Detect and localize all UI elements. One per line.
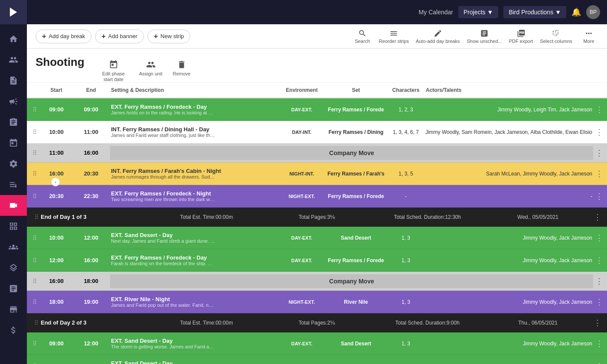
drag-handle[interactable]: ⠿ xyxy=(30,150,39,156)
setting-description: EXT. Ferry Ramses / Foredeck - Night Two… xyxy=(108,188,280,204)
drag-handle[interactable]: ⠿ xyxy=(30,170,39,177)
col-start: Start xyxy=(39,83,74,98)
user-avatar[interactable]: BP xyxy=(586,5,600,19)
sidebar-item-people[interactable] xyxy=(0,49,27,70)
day-end-label: End of Day 2 of 3 xyxy=(41,319,151,326)
sidebar-item-cast[interactable] xyxy=(0,237,27,257)
characters: - xyxy=(388,193,423,199)
drag-handle[interactable]: ⠿ xyxy=(30,234,39,241)
select-columns-button[interactable]: Select columns xyxy=(540,29,572,44)
characters: 1, 3 xyxy=(388,299,423,305)
sidebar-item-tasks[interactable] xyxy=(0,112,27,133)
row-menu-button[interactable]: ⋮ xyxy=(595,148,604,158)
table-row: ⠿ 20:30 22:30 EXT. Ferry Ramses / Forede… xyxy=(27,185,607,208)
pdf-export-button[interactable]: PDF export xyxy=(509,29,533,44)
notification-bell[interactable]: 🔔 xyxy=(571,7,581,17)
assign-unit-button[interactable]: Assign unit xyxy=(139,60,163,82)
actors-talents: Jimmy Woodly, Sam Romein, Jack Jameson, … xyxy=(423,129,595,135)
reorder-strips-button[interactable]: Reorder strips xyxy=(379,29,409,44)
characters: 1, 2, 3 xyxy=(388,107,423,113)
sidebar-item-notes[interactable] xyxy=(0,174,27,195)
table-row: ⠿ 10:00 11:00 INT. Ferry Ramses / Dining… xyxy=(27,121,607,143)
company-move-start: 11:00 xyxy=(39,150,74,156)
row-menu-button[interactable]: ⋮ xyxy=(593,318,602,328)
more-button[interactable]: More xyxy=(579,29,598,44)
set-name: River Nile xyxy=(323,299,388,305)
sidebar-item-settings[interactable] xyxy=(0,153,27,174)
sidebar-item-budget[interactable] xyxy=(0,320,27,341)
col-menu xyxy=(595,83,604,98)
drag-handle[interactable]: ⠿ xyxy=(30,257,39,264)
drag-handle[interactable]: ⠿ xyxy=(32,214,41,221)
sidebar-item-document[interactable] xyxy=(0,70,27,91)
sidebar-item-grid[interactable] xyxy=(0,216,27,237)
show-unsched-button[interactable]: Show unsched... xyxy=(467,29,502,44)
search-button[interactable]: Search xyxy=(353,29,372,44)
drag-handle[interactable]: ⠿ xyxy=(30,193,39,200)
row-menu-button[interactable]: ⋮ xyxy=(595,276,604,286)
row-menu-button[interactable]: ⋮ xyxy=(595,256,604,265)
row-menu-button[interactable]: ⋮ xyxy=(595,169,604,179)
row-menu-button[interactable]: ⋮ xyxy=(595,339,604,348)
drag-handle[interactable]: ⠿ xyxy=(30,106,39,113)
row-menu-button[interactable]: ⋮ xyxy=(593,212,602,222)
drag-handle[interactable]: ⠿ xyxy=(32,319,41,326)
sidebar xyxy=(0,0,27,364)
setting-description: EXT. Sand Desert - Day The empty desert.… xyxy=(108,358,280,364)
phase-title: Shooting xyxy=(36,55,85,69)
characters: 1, 3, 5 xyxy=(388,171,423,177)
app-logo[interactable] xyxy=(0,0,27,24)
company-move-row: ⠿ 11:00 16:00 Company Move ⋮ xyxy=(27,143,607,162)
end-time: 12:00 xyxy=(74,234,108,241)
drag-handle[interactable]: ⠿ xyxy=(30,340,39,347)
add-day-break-button[interactable]: + Add day break xyxy=(36,29,91,43)
row-menu-button[interactable]: ⋮ xyxy=(595,127,604,137)
phase-header: Shooting Edit phase start date Assign un… xyxy=(27,49,607,83)
table-row: ⠿ 18:00 19:00 EXT. River Nile - Night Ja… xyxy=(27,291,607,313)
day-end-label: End of Day 1 of 3 xyxy=(41,214,151,220)
drag-handle[interactable]: ⠿ xyxy=(30,129,39,136)
row-menu-button[interactable]: ⋮ xyxy=(595,192,604,201)
row-menu-button[interactable]: ⋮ xyxy=(595,105,604,114)
sidebar-item-calendar[interactable] xyxy=(0,133,27,153)
start-time: 10:00 xyxy=(39,129,74,135)
company-move-end: 18:00 xyxy=(74,278,108,284)
toolbar-left: + Add day break + Add banner + New strip xyxy=(36,29,190,43)
sidebar-item-shooting[interactable] xyxy=(0,195,27,216)
start-time: 12:00 xyxy=(39,257,74,263)
day-end-total-est: Total Est. Time:00:00m xyxy=(151,320,262,326)
col-actors-talents: Actors/Talents xyxy=(423,83,595,98)
drag-handle[interactable]: ⠿ xyxy=(30,299,39,306)
plus-icon: + xyxy=(154,32,158,40)
sidebar-item-announcements[interactable] xyxy=(0,91,27,112)
day-end-date: Wed., 05/05/2021 xyxy=(483,214,593,220)
sidebar-collapse-arrow[interactable]: › xyxy=(51,178,60,186)
remove-phase-button[interactable]: Remove xyxy=(173,60,190,82)
setting-description: EXT. Sand Desert - Day Next day. James a… xyxy=(108,230,280,245)
projects-dropdown[interactable]: Projects ▼ xyxy=(458,6,498,18)
toolbar-right: Search Reorder strips Auto-add day break… xyxy=(353,29,598,44)
row-menu-button[interactable]: ⋮ xyxy=(595,233,604,243)
sidebar-item-reports[interactable] xyxy=(0,278,27,299)
day-end-row: ⠿ End of Day 1 of 3 Total Est. Time:00:0… xyxy=(27,208,607,227)
add-banner-button[interactable]: + Add banner xyxy=(95,29,144,43)
new-strip-button[interactable]: + New strip xyxy=(147,29,191,43)
actors-talents: Jimmy Woodly, Jack Jameson xyxy=(423,341,595,347)
row-menu-button[interactable]: ⋮ xyxy=(595,361,604,364)
col-drag xyxy=(30,83,39,98)
sidebar-item-home[interactable] xyxy=(0,29,27,49)
sidebar-nav xyxy=(0,24,27,364)
row-menu-button[interactable]: ⋮ xyxy=(595,297,604,307)
sidebar-item-props[interactable] xyxy=(0,299,27,320)
my-calendar-link[interactable]: My Calendar xyxy=(419,9,453,16)
day-end-total-sched: Total Sched. Duration:9:00h xyxy=(372,320,483,326)
start-time: 20:30 xyxy=(39,193,74,199)
edit-phase-start-date-button[interactable]: Edit phase start date xyxy=(98,60,129,82)
setting-description: INT. Ferry Ramses / Dining Hall - Day Ja… xyxy=(108,124,280,140)
schedule-container: Start End Setting & Description Environm… xyxy=(27,83,607,364)
set-name: Ferry Ramses / Forede xyxy=(323,193,388,199)
sidebar-item-stripboard[interactable] xyxy=(0,257,27,278)
auto-add-day-breaks-button[interactable]: Auto-add day breaks xyxy=(416,29,460,44)
drag-handle[interactable]: ⠿ xyxy=(30,278,39,285)
bird-productions-dropdown[interactable]: Bird Productions ▼ xyxy=(503,6,566,18)
